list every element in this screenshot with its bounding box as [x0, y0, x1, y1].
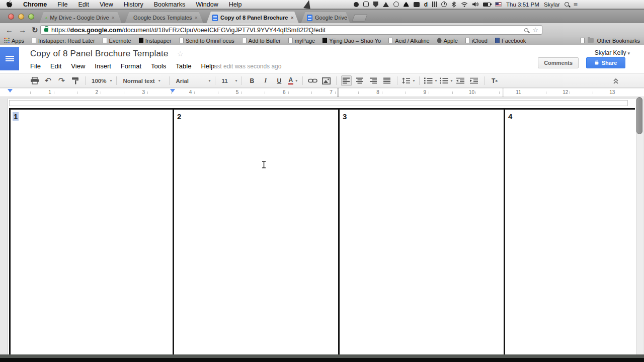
spotlight-icon[interactable] [565, 2, 569, 7]
column-separator-marker[interactable] [503, 88, 504, 97]
new-tab-button[interactable] [352, 14, 367, 22]
menubar-item[interactable]: Bookmarks [154, 1, 186, 8]
dropbox-icon[interactable]: d [424, 2, 428, 7]
bookmark-item[interactable]: myPage [288, 38, 315, 44]
tab-google-drive[interactable]: Google Drive [301, 12, 350, 24]
tab-close-icon[interactable]: × [112, 15, 115, 21]
align-center-button[interactable] [355, 75, 365, 86]
outdent-button[interactable] [455, 75, 466, 86]
bookmark-item[interactable]: Evernote [103, 38, 131, 44]
reload-button[interactable]: ↻ [32, 26, 38, 34]
other-bookmarks[interactable]: Other Bookmarks [580, 38, 640, 44]
docs-menu-item[interactable]: Insert [95, 62, 111, 70]
menubar-item[interactable]: History [124, 1, 143, 8]
status-pin-icon[interactable] [354, 2, 359, 7]
document-page[interactable]: 1 2 3 4 [8, 99, 636, 354]
insert-link-button[interactable] [307, 75, 318, 86]
status-square-icon[interactable] [414, 2, 420, 7]
bookmark-item[interactable]: Yijing Dao – Shao Yo [323, 38, 381, 44]
star-document-icon[interactable]: ☆ [177, 50, 184, 58]
docs-menu-item[interactable]: Format [121, 62, 141, 70]
menubar-app-name[interactable]: Chrome [23, 1, 47, 8]
last-edit-status[interactable]: Last edit was seconds ago [210, 63, 281, 70]
underline-button[interactable]: U [274, 75, 284, 86]
ruler[interactable]: 12345678910111213 [0, 88, 644, 97]
volume-icon[interactable] [472, 2, 478, 7]
notification-center-icon[interactable]: ≡ [574, 1, 578, 8]
docs-logo[interactable] [0, 47, 19, 70]
page-top-row[interactable] [9, 100, 628, 106]
status-shield-icon[interactable] [373, 2, 378, 8]
bookmark-item[interactable]: Facebook [495, 38, 526, 44]
clear-formatting-button[interactable]: Tx [489, 75, 500, 86]
forward-button[interactable]: → [19, 26, 26, 34]
share-button[interactable]: Share [586, 57, 625, 68]
tab-close-icon[interactable]: × [290, 15, 293, 21]
status-circle-icon[interactable] [393, 2, 399, 7]
paint-format-button[interactable] [70, 75, 80, 86]
undo-button[interactable]: ↶ [43, 75, 53, 86]
bookmark-item[interactable]: Add to Buffer [242, 38, 281, 44]
status-app-icon[interactable] [363, 2, 369, 7]
scrollbar-thumb[interactable] [636, 97, 642, 134]
bookmark-item[interactable]: Apple [437, 38, 458, 44]
tab-brochure-active[interactable]: Copy of 8 Panel Brochure × [206, 12, 299, 24]
minimize-window-button[interactable] [18, 14, 24, 20]
menubar-item[interactable]: File [57, 1, 67, 8]
tab-my-drive[interactable]: My Drive - Google Drive × [39, 12, 122, 24]
text-color-dropdown[interactable]: A [287, 75, 298, 86]
close-window-button[interactable] [8, 14, 14, 20]
brochure-panel-1[interactable]: 1 [11, 110, 172, 354]
line-spacing-dropdown[interactable] [402, 75, 415, 86]
keyboard-flag-icon[interactable] [495, 2, 502, 7]
tab-docs-templates[interactable]: Google Docs Templates × [125, 12, 203, 24]
docs-menu-item[interactable]: Tools [151, 62, 166, 70]
menubar-item[interactable]: Edit [78, 1, 89, 8]
align-left-button[interactable] [341, 75, 352, 86]
bold-button[interactable]: B [247, 75, 257, 86]
align-right-button[interactable] [368, 75, 379, 86]
account-name[interactable]: Skylar Kelly▾ [595, 49, 630, 56]
italic-button[interactable]: I [260, 75, 271, 86]
bluetooth-icon[interactable] [451, 1, 456, 8]
column-separator-marker[interactable] [337, 88, 339, 97]
menubar-item[interactable]: Window [196, 1, 218, 8]
insert-image-button[interactable] [321, 75, 332, 86]
scrollbar-track[interactable] [636, 97, 643, 354]
bookmark-star-icon[interactable]: ☆ [532, 27, 538, 33]
font-size-dropdown[interactable]: 11 [220, 75, 237, 86]
print-button[interactable] [29, 75, 40, 86]
apple-icon[interactable] [6, 1, 13, 8]
numbered-list-dropdown[interactable] [424, 75, 437, 86]
bookmark-item[interactable]: Instapaper [139, 38, 172, 44]
brochure-panel-3[interactable]: 3 [340, 110, 503, 354]
collapse-toolbar-icon[interactable] [613, 78, 619, 85]
zoom-dropdown[interactable]: 100% [90, 75, 112, 86]
bookmark-item[interactable]: Acid / Alkaline [388, 38, 429, 44]
comments-button[interactable]: Comments [538, 57, 579, 68]
wifi-icon[interactable] [461, 2, 468, 7]
page-zoom-icon[interactable] [524, 28, 528, 32]
font-dropdown[interactable]: Arial [174, 75, 210, 86]
indent-button[interactable] [469, 75, 479, 86]
time-machine-icon[interactable] [441, 2, 447, 7]
status-equalizer-icon[interactable] [432, 2, 437, 7]
apps-shortcut[interactable]: Apps [4, 38, 24, 44]
battery-icon[interactable] [483, 3, 491, 7]
zoom-window-button[interactable] [28, 14, 34, 20]
status-drive-icon[interactable] [383, 2, 389, 7]
paragraph-style-dropdown[interactable]: Normal text [121, 75, 165, 86]
back-button[interactable]: ← [6, 26, 13, 34]
status-bell-icon[interactable] [404, 2, 409, 7]
redo-button[interactable]: ↷ [56, 75, 67, 86]
bookmark-item[interactable]: Send to OmniFocus [179, 38, 234, 44]
docs-menu-item[interactable]: View [71, 62, 85, 70]
docs-menu-item[interactable]: Edit [50, 62, 61, 70]
menubar-clock[interactable]: Thu 3:51 PM [506, 2, 539, 8]
url-omnibox[interactable]: https://docs.google.com/document/d/18vFR… [40, 25, 542, 35]
align-justify-button[interactable] [382, 75, 392, 86]
bookmark-item[interactable]: iCloud [465, 38, 488, 44]
docs-menu-item[interactable]: File [30, 62, 41, 70]
brochure-panel-2[interactable]: 2 [174, 110, 337, 354]
brochure-panel-4[interactable]: 4 [505, 110, 635, 354]
